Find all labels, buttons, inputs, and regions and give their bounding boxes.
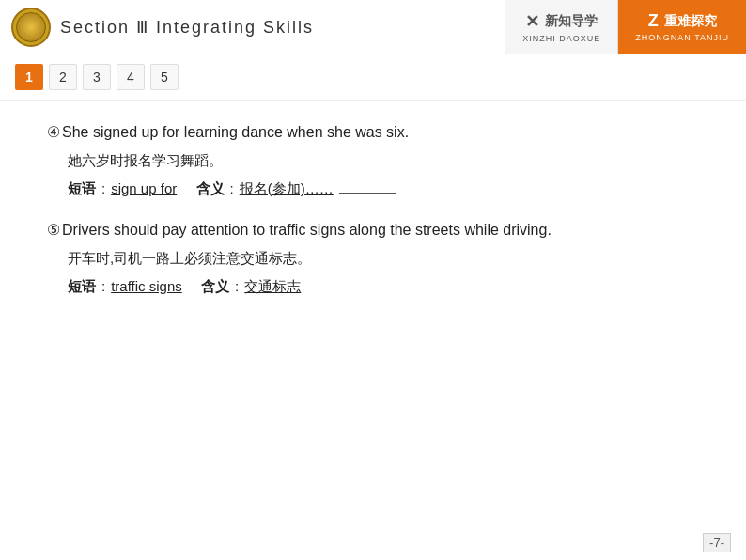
item5-meaning-label: 含义 <box>201 274 229 299</box>
item5-english: ⑤Drivers should pay attention to traffic… <box>47 217 708 242</box>
item5-phrase-line: 短语:traffic signs 含义:交通标志 <box>47 274 708 299</box>
header-title: Section Ⅲ Integrating Skills <box>60 17 314 38</box>
item4-block: ④She signed up for learning dance when s… <box>47 119 708 200</box>
item4-chinese: 她六岁时报名学习舞蹈。 <box>47 148 708 173</box>
colon3: : <box>101 274 105 299</box>
item5-meaning: 交通标志 <box>244 274 301 299</box>
item4-meaning: 报名(参加)…… <box>240 177 334 201</box>
page-btn-1[interactable]: 1 <box>15 64 43 90</box>
logo-icon <box>11 8 51 47</box>
item5-chinese: 开车时,司机一路上必须注意交通标志。 <box>47 246 708 271</box>
item5-block: ⑤Drivers should pay attention to traffic… <box>47 217 708 298</box>
item4-english-text: She signed up for learning dance when sh… <box>62 119 409 145</box>
logo-inner-circle <box>16 12 46 42</box>
item5-phrase: traffic signs <box>111 274 182 299</box>
item4-dotted-line <box>339 193 396 194</box>
colon2: : <box>230 177 234 201</box>
nav-chinese-xinzhi: 新知导学 <box>545 13 598 30</box>
page-number: -7- <box>703 533 731 552</box>
page-btn-5[interactable]: 5 <box>150 64 179 90</box>
header: Section Ⅲ Integrating Skills ✕ 新知导学 XINZ… <box>0 0 746 54</box>
item5-english-text: Drivers should pay attention to traffic … <box>62 217 552 242</box>
nav-icon-z: Z <box>648 11 659 31</box>
nav-pinyin-xinzhi: XINZHI DAOXUE <box>522 34 600 43</box>
page-btn-4[interactable]: 4 <box>117 64 145 90</box>
page-btn-3[interactable]: 3 <box>83 64 111 90</box>
item5-circle: ⑤ <box>47 217 60 242</box>
item4-phrase-line: 短语:sign up for 含义:报名(参加)…… <box>47 177 708 201</box>
item4-phrase-label: 短语 <box>68 177 96 201</box>
nav-pinyin-zhongnan: ZHONGNAN TANJIU <box>635 33 729 42</box>
nav-item-zhongnan[interactable]: Z 重难探究 ZHONGNAN TANJIU <box>617 0 746 54</box>
header-left: Section Ⅲ Integrating Skills <box>0 0 505 54</box>
nav-icon-x: ✕ <box>525 11 539 32</box>
nav-chinese-zhongnan: 重难探究 <box>664 13 717 30</box>
nav-item-xinzhi[interactable]: ✕ 新知导学 XINZHI DAOXUE <box>505 0 617 54</box>
pagination-bar: 1 2 3 4 5 <box>0 54 746 101</box>
item4-english: ④She signed up for learning dance when s… <box>47 119 708 145</box>
nav-top-xinzhi: ✕ 新知导学 <box>525 11 598 32</box>
item5-phrase-label: 短语 <box>68 274 96 299</box>
item4-circle: ④ <box>47 119 60 145</box>
header-nav: ✕ 新知导学 XINZHI DAOXUE Z 重难探究 ZHONGNAN TAN… <box>505 0 746 54</box>
page-btn-2[interactable]: 2 <box>49 64 77 90</box>
colon4: : <box>235 274 239 299</box>
nav-top-zhongnan: Z 重难探究 <box>648 11 717 31</box>
item4-phrase: sign up for <box>111 177 177 201</box>
main-content: ④She signed up for learning dance when s… <box>0 101 746 334</box>
item4-meaning-label: 含义 <box>196 177 225 201</box>
colon1: : <box>101 177 105 201</box>
